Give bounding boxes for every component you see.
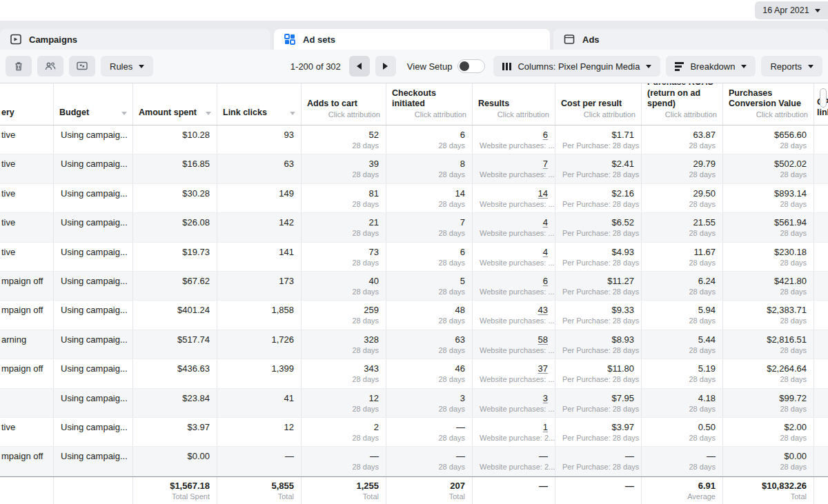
table-row[interactable]: tiveUsing campaig...$26.081422128 days72… [0,213,828,242]
cell-value: $230.18 [730,247,807,258]
cell-link_clicks: 93 [217,125,302,154]
column-header-adds_to_cart[interactable]: Adds to cartClick attribution [302,83,386,125]
table-row[interactable]: tiveUsing campaig...$30.281498128 days14… [0,184,828,213]
cell-purchase_roas: —28 days [642,447,723,475]
results-link[interactable]: 14 [480,188,548,199]
results-link[interactable]: 7 [480,159,548,170]
table-row[interactable]: tiveUsing campaig...$16.85633928 days828… [0,154,828,183]
cell-delivery: tive [0,213,54,241]
cell-value: — [224,451,294,462]
cell-results: 37Website purchases: ... [473,359,555,387]
cell-value: Using campaig... [61,363,126,374]
sort-caret-icon[interactable] [290,112,295,115]
column-header-purchases_conversion_value[interactable]: Purchases Conversion ValueClick attribut… [723,83,814,125]
results-link[interactable]: 43 [480,305,548,316]
cell-sublabel: 28 days [649,228,716,239]
cell-budget: Using campaig... [54,272,133,300]
table-row[interactable]: mpaign offUsing campaig...$67.621734028 … [0,272,828,301]
cell-adds_to_cart: 4028 days [302,272,386,300]
results-link[interactable]: 1 [480,422,548,433]
cell-value: 46 [393,363,465,374]
cell-checkouts_initiated: 328 days [386,389,473,417]
cell-checkouts_initiated: 528 days [386,272,473,300]
results-link[interactable]: 6 [480,130,548,141]
cell-sublabel: Per Purchase: 28 days [562,258,634,268]
cell-value: 93 [224,130,294,141]
cell-link_clicks: 173 [217,272,302,300]
table-row[interactable]: tiveUsing campaig...$19.731417328 days62… [0,243,828,272]
results-link[interactable]: 4 [480,217,548,228]
cell-sublabel: 28 days [393,141,465,151]
cell-link_clicks: 149 [217,184,302,212]
results-link[interactable]: 4 [480,247,548,258]
cell-value: $2.41 [562,159,634,170]
cell-value: 12 [224,422,294,433]
cell-delivery: mpaign off [0,272,54,300]
table-row[interactable]: arningUsing campaig...$517.741,72632828 … [0,330,828,359]
sort-caret-icon[interactable] [121,112,127,115]
column-header-purchase_roas[interactable]: Purchase ROAS (return on ad spend)Click … [642,83,723,125]
column-header-budget[interactable]: Budget [54,83,133,125]
pagination-next-button[interactable] [375,56,396,77]
column-header-sub: Click attribution [729,110,808,119]
cell-value: $6.52 [562,217,634,228]
table-row[interactable]: mpaign offUsing campaig...$436.631,39934… [0,359,828,388]
results-link[interactable]: 37 [480,363,548,374]
column-header-checkouts_initiated[interactable]: Checkouts initiatedClick attribution [386,83,473,125]
column-header-label: Adds to cart [307,99,357,110]
breakdown-button[interactable]: Breakdown [666,56,756,77]
cell-delivery: mpaign off [0,359,54,387]
table-row[interactable]: tiveUsing campaig...$3.9712228 days—28 d… [0,418,828,447]
columns-button[interactable]: Columns: Pixel Penguin Media [493,56,660,77]
reports-button[interactable]: Reports [761,56,822,77]
cell-value: 1,255 [308,481,379,492]
tab-ads[interactable]: Ads [553,29,828,50]
table-row[interactable]: tiveUsing campaig...$10.28935228 days628… [0,125,828,154]
cell-link_clicks: 141 [217,243,302,271]
tab-campaigns[interactable]: Campaigns [0,29,270,50]
cell-value: Using campaig... [61,276,126,287]
column-header-label: Budget [59,108,89,119]
cell-delivery: tive [0,418,54,446]
cell-budget [54,477,133,504]
cell-purchases_conversion_value: $502.0228 days [723,154,814,183]
trash-icon [13,61,24,72]
results-link[interactable]: 58 [480,334,548,345]
audience-button[interactable] [37,56,63,77]
cell-value: 173 [224,276,294,287]
column-header-link_clicks[interactable]: Link clicks [217,83,302,125]
column-header-amount_spent[interactable]: Amount spent [133,83,217,125]
cell-sublabel: 28 days [308,433,379,443]
cell-sublabel: Website purchase: 2... [480,462,548,472]
results-link[interactable]: 6 [480,276,548,287]
table-row[interactable]: mpaign offUsing campaig...$401.241,85825… [0,301,828,330]
tab-adsets[interactable]: Ad sets [274,29,550,50]
cell-adds_to_cart: 7328 days [302,243,386,271]
rules-button[interactable]: Rules [101,56,153,77]
delete-button[interactable] [6,56,32,77]
cell-value: $3.97 [562,422,634,433]
cell-link_clicks: 63 [217,154,302,183]
column-header-delivery[interactable]: ery [0,83,54,125]
view-setup-toggle[interactable] [457,59,485,73]
table-row[interactable]: Using campaig...$23.84411228 days328 day… [0,389,828,418]
column-header-label: Purchases Conversion Value [729,88,808,110]
column-header-cost_per_result[interactable]: Cost per resultClick attribution [555,83,642,125]
sort-caret-icon[interactable] [206,112,211,115]
table-row[interactable]: mpaign offUsing campaig...$0.00——28 days… [0,447,828,476]
cell-value: 259 [308,305,379,316]
vertical-scrollbar-thumb[interactable] [820,88,827,108]
cell-value: 39 [308,159,379,170]
results-link[interactable]: 3 [480,393,548,404]
cell-sublabel: 28 days [649,316,716,326]
pagination-prev-button[interactable] [349,56,370,77]
cell-checkouts_initiated: 728 days [386,213,473,241]
column-header-results[interactable]: ResultsClick attribution [473,83,555,125]
date-range-button[interactable]: 16 Apr 2021 [755,1,828,19]
cell-purchase_roas: 6.91Average [642,477,723,504]
preview-button[interactable] [69,56,95,77]
cell-amount_spent: $1,567.18Total Spent [133,477,217,504]
column-header-label: Purchase ROAS (return on ad spend) [647,83,717,110]
cell-sublabel: Website purchases: ... [480,258,548,268]
column-header-sub: Click attribution [392,110,466,119]
